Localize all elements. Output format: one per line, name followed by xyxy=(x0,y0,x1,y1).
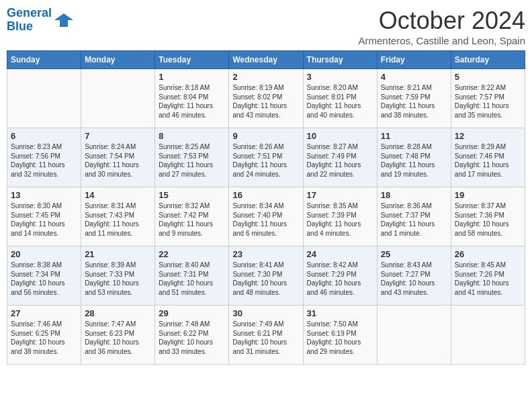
day-info: Sunrise: 8:36 AM Sunset: 7:37 PM Dayligh… xyxy=(381,201,447,238)
day-info: Sunrise: 8:23 AM Sunset: 7:56 PM Dayligh… xyxy=(11,142,77,179)
calendar-cell: 12Sunrise: 8:29 AM Sunset: 7:46 PM Dayli… xyxy=(451,128,525,187)
calendar-cell: 18Sunrise: 8:36 AM Sunset: 7:37 PM Dayli… xyxy=(377,187,451,246)
day-info: Sunrise: 8:35 AM Sunset: 7:39 PM Dayligh… xyxy=(307,201,373,238)
calendar-cell: 3Sunrise: 8:20 AM Sunset: 8:01 PM Daylig… xyxy=(303,69,377,128)
day-info: Sunrise: 8:40 AM Sunset: 7:31 PM Dayligh… xyxy=(159,261,225,297)
calendar-cell: 15Sunrise: 8:32 AM Sunset: 7:42 PM Dayli… xyxy=(155,187,229,246)
calendar-cell: 23Sunrise: 8:41 AM Sunset: 7:30 PM Dayli… xyxy=(229,246,303,306)
calendar-cell: 21Sunrise: 8:39 AM Sunset: 7:33 PM Dayli… xyxy=(81,246,155,306)
calendar-cell: 2Sunrise: 8:19 AM Sunset: 8:02 PM Daylig… xyxy=(229,69,303,128)
calendar-cell: 13Sunrise: 8:30 AM Sunset: 7:45 PM Dayli… xyxy=(7,187,81,246)
calendar-cell: 4Sunrise: 8:21 AM Sunset: 7:59 PM Daylig… xyxy=(377,69,451,128)
calendar-cell: 10Sunrise: 8:27 AM Sunset: 7:49 PM Dayli… xyxy=(303,128,377,187)
day-info: Sunrise: 8:38 AM Sunset: 7:34 PM Dayligh… xyxy=(11,261,77,297)
col-wednesday: Wednesday xyxy=(229,51,303,69)
day-number: 2 xyxy=(232,72,299,82)
day-number: 14 xyxy=(85,190,151,200)
day-info: Sunrise: 8:19 AM Sunset: 8:02 PM Dayligh… xyxy=(232,83,299,120)
col-sunday: Sunday xyxy=(7,51,81,69)
calendar-week-row: 20Sunrise: 8:38 AM Sunset: 7:34 PM Dayli… xyxy=(7,246,525,306)
day-number: 5 xyxy=(455,72,521,82)
day-info: Sunrise: 8:41 AM Sunset: 7:30 PM Dayligh… xyxy=(232,261,299,297)
day-info: Sunrise: 8:27 AM Sunset: 7:49 PM Dayligh… xyxy=(307,142,373,179)
calendar-table: Sunday Monday Tuesday Wednesday Thursday… xyxy=(7,50,525,365)
day-number: 29 xyxy=(159,308,225,318)
calendar-cell: 17Sunrise: 8:35 AM Sunset: 7:39 PM Dayli… xyxy=(303,187,377,246)
calendar-week-row: 6Sunrise: 8:23 AM Sunset: 7:56 PM Daylig… xyxy=(7,128,525,187)
day-info: Sunrise: 8:18 AM Sunset: 8:04 PM Dayligh… xyxy=(159,83,225,120)
calendar-cell: 14Sunrise: 8:31 AM Sunset: 7:43 PM Dayli… xyxy=(81,187,155,246)
calendar-cell: 20Sunrise: 8:38 AM Sunset: 7:34 PM Dayli… xyxy=(7,246,81,306)
logo: General Blue xyxy=(7,7,73,34)
col-monday: Monday xyxy=(81,51,155,69)
day-number: 23 xyxy=(232,249,299,259)
day-info: Sunrise: 8:39 AM Sunset: 7:33 PM Dayligh… xyxy=(85,261,151,297)
day-info: Sunrise: 8:37 AM Sunset: 7:36 PM Dayligh… xyxy=(455,201,521,238)
calendar-cell: 1Sunrise: 8:18 AM Sunset: 8:04 PM Daylig… xyxy=(155,69,229,128)
day-number: 31 xyxy=(307,308,373,318)
day-number: 15 xyxy=(159,190,225,200)
day-number: 10 xyxy=(307,131,373,141)
calendar-cell: 25Sunrise: 8:43 AM Sunset: 7:27 PM Dayli… xyxy=(377,246,451,306)
page-header: General Blue October 2024 Armenteros, Ca… xyxy=(7,7,525,46)
calendar-week-row: 27Sunrise: 7:46 AM Sunset: 6:25 PM Dayli… xyxy=(7,306,525,365)
calendar-cell: 31Sunrise: 7:50 AM Sunset: 6:19 PM Dayli… xyxy=(303,306,377,365)
day-info: Sunrise: 7:46 AM Sunset: 6:25 PM Dayligh… xyxy=(11,320,77,356)
calendar-cell: 27Sunrise: 7:46 AM Sunset: 6:25 PM Dayli… xyxy=(7,306,81,365)
day-number: 9 xyxy=(232,131,299,141)
day-info: Sunrise: 8:25 AM Sunset: 7:53 PM Dayligh… xyxy=(159,142,225,179)
day-number: 20 xyxy=(11,249,77,259)
day-number: 18 xyxy=(381,190,447,200)
day-info: Sunrise: 8:26 AM Sunset: 7:51 PM Dayligh… xyxy=(232,142,299,179)
day-number: 17 xyxy=(307,190,373,200)
calendar-cell: 5Sunrise: 8:22 AM Sunset: 7:57 PM Daylig… xyxy=(451,69,525,128)
day-number: 13 xyxy=(11,190,77,200)
day-number: 3 xyxy=(307,72,373,82)
day-number: 1 xyxy=(159,72,225,82)
day-number: 30 xyxy=(232,308,299,318)
calendar-header-row: Sunday Monday Tuesday Wednesday Thursday… xyxy=(7,51,525,69)
location-subtitle: Armenteros, Castille and Leon, Spain xyxy=(359,35,525,46)
calendar-cell: 22Sunrise: 8:40 AM Sunset: 7:31 PM Dayli… xyxy=(155,246,229,306)
col-thursday: Thursday xyxy=(303,51,377,69)
logo-bird-icon xyxy=(54,11,73,30)
logo-text: General Blue xyxy=(7,7,73,34)
day-number: 26 xyxy=(455,249,521,259)
calendar-cell xyxy=(451,306,525,365)
calendar-cell: 26Sunrise: 8:45 AM Sunset: 7:26 PM Dayli… xyxy=(451,246,525,306)
day-info: Sunrise: 8:28 AM Sunset: 7:48 PM Dayligh… xyxy=(381,142,447,179)
day-info: Sunrise: 7:48 AM Sunset: 6:22 PM Dayligh… xyxy=(159,320,225,356)
day-number: 8 xyxy=(159,131,225,141)
day-info: Sunrise: 8:34 AM Sunset: 7:40 PM Dayligh… xyxy=(232,201,299,238)
day-number: 24 xyxy=(307,249,373,259)
calendar-cell: 29Sunrise: 7:48 AM Sunset: 6:22 PM Dayli… xyxy=(155,306,229,365)
calendar-cell: 8Sunrise: 8:25 AM Sunset: 7:53 PM Daylig… xyxy=(155,128,229,187)
calendar-cell xyxy=(7,69,81,128)
day-number: 12 xyxy=(455,131,521,141)
day-info: Sunrise: 8:45 AM Sunset: 7:26 PM Dayligh… xyxy=(455,261,521,297)
calendar-cell: 9Sunrise: 8:26 AM Sunset: 7:51 PM Daylig… xyxy=(229,128,303,187)
day-info: Sunrise: 8:20 AM Sunset: 8:01 PM Dayligh… xyxy=(307,83,373,120)
day-number: 7 xyxy=(85,131,151,141)
col-tuesday: Tuesday xyxy=(155,51,229,69)
day-number: 22 xyxy=(159,249,225,259)
day-number: 19 xyxy=(455,190,521,200)
calendar-week-row: 1Sunrise: 8:18 AM Sunset: 8:04 PM Daylig… xyxy=(7,69,525,128)
day-info: Sunrise: 8:31 AM Sunset: 7:43 PM Dayligh… xyxy=(85,201,151,238)
calendar-cell: 16Sunrise: 8:34 AM Sunset: 7:40 PM Dayli… xyxy=(229,187,303,246)
calendar-week-row: 13Sunrise: 8:30 AM Sunset: 7:45 PM Dayli… xyxy=(7,187,525,246)
calendar-cell: 19Sunrise: 8:37 AM Sunset: 7:36 PM Dayli… xyxy=(451,187,525,246)
day-info: Sunrise: 8:22 AM Sunset: 7:57 PM Dayligh… xyxy=(455,83,521,120)
day-number: 4 xyxy=(381,72,447,82)
title-block: October 2024 Armenteros, Castille and Le… xyxy=(359,7,525,46)
day-number: 16 xyxy=(232,190,299,200)
day-number: 28 xyxy=(85,308,151,318)
day-info: Sunrise: 7:50 AM Sunset: 6:19 PM Dayligh… xyxy=(307,320,373,356)
day-info: Sunrise: 7:47 AM Sunset: 6:23 PM Dayligh… xyxy=(85,320,151,356)
day-number: 11 xyxy=(381,131,447,141)
calendar-cell: 7Sunrise: 8:24 AM Sunset: 7:54 PM Daylig… xyxy=(81,128,155,187)
calendar-cell: 11Sunrise: 8:28 AM Sunset: 7:48 PM Dayli… xyxy=(377,128,451,187)
day-number: 21 xyxy=(85,249,151,259)
day-info: Sunrise: 8:30 AM Sunset: 7:45 PM Dayligh… xyxy=(11,201,77,238)
month-title: October 2024 xyxy=(359,7,525,35)
